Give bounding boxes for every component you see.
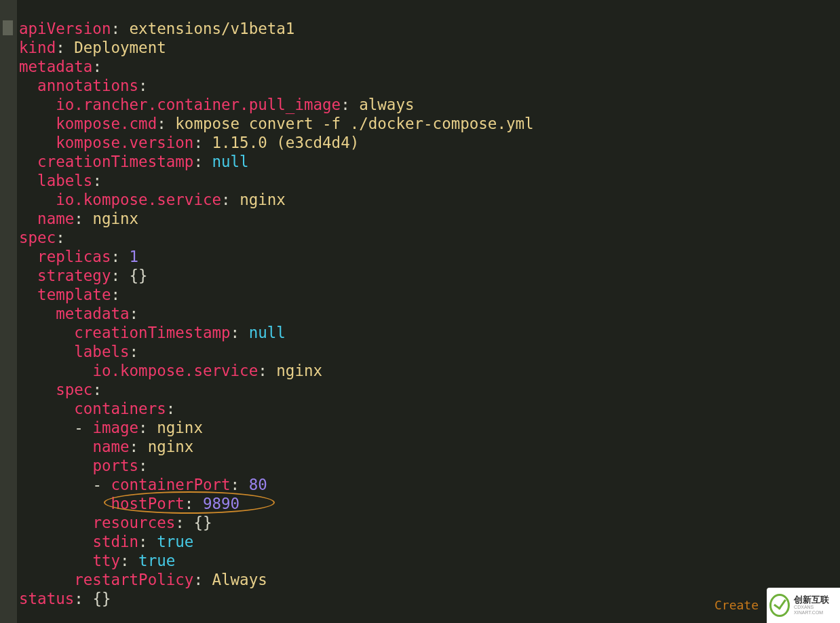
key-tpl-creationTimestamp: creationTimestamp — [74, 324, 230, 341]
key-hostPort: hostPort — [111, 495, 184, 512]
key-replicas: replicas — [37, 248, 111, 265]
key-restartPolicy: restartPolicy — [74, 571, 193, 588]
val-anno-kompose-version: 1.15.0 (e3cd4d4) — [212, 134, 359, 151]
val-kind: Deployment — [74, 39, 166, 56]
code-block[interactable]: apiVersion: extensions/v1beta1 kind: Dep… — [19, 19, 534, 608]
val-image: nginx — [157, 419, 203, 436]
logo-text-main: 创新互联 — [794, 595, 837, 605]
val-apiVersion: extensions/v1beta1 — [130, 20, 295, 37]
key-containerPort: containerPort — [111, 476, 230, 493]
val-label-service: nginx — [240, 191, 286, 208]
val-resources: {} — [193, 514, 212, 531]
val-tpl-label-service: nginx — [276, 362, 322, 379]
key-template: template — [37, 286, 111, 303]
key-tpl-labels: labels — [74, 343, 129, 360]
key-label-service: io.kompose.service — [56, 191, 221, 208]
val-anno-pull-image: always — [359, 96, 414, 113]
val-tpl-creationTimestamp: null — [249, 324, 286, 341]
key-name: name — [37, 210, 74, 227]
key-tpl-spec: spec — [56, 381, 92, 398]
editor-gutter — [0, 0, 17, 623]
key-tpl-metadata: metadata — [56, 305, 129, 322]
key-metadata: metadata — [19, 58, 92, 75]
key-status: status — [19, 590, 74, 607]
footer-link-create[interactable]: Create — [714, 596, 759, 615]
key-cname: name — [92, 438, 129, 455]
key-tty: tty — [92, 552, 120, 569]
val-strategy: {} — [130, 267, 148, 284]
key-containers: containers — [74, 400, 166, 417]
cursor-block — [3, 20, 13, 35]
key-spec: spec — [19, 229, 56, 246]
key-image: image — [92, 419, 138, 436]
val-hostPort: 9890 — [203, 495, 240, 512]
val-anno-kompose-cmd: kompose convert -f ./docker-compose.yml — [175, 115, 533, 132]
key-tpl-label-service: io.kompose.service — [92, 362, 258, 379]
key-labels: labels — [37, 172, 92, 189]
key-resources: resources — [92, 514, 175, 531]
key-stdin: stdin — [92, 533, 138, 550]
val-tty: true — [138, 552, 175, 569]
key-strategy: strategy — [37, 267, 111, 284]
val-cname: nginx — [148, 438, 194, 455]
key-anno-kompose-version: kompose.version — [56, 134, 193, 151]
val-restartPolicy: Always — [212, 571, 267, 588]
key-kind: kind — [19, 39, 56, 56]
val-replicas: 1 — [130, 248, 139, 265]
val-stdin: true — [157, 533, 193, 550]
key-ports: ports — [92, 457, 138, 474]
logo-check-icon — [769, 594, 790, 617]
key-creationTimestamp: creationTimestamp — [37, 153, 193, 170]
key-anno-kompose-cmd: kompose.cmd — [56, 115, 157, 132]
val-status: {} — [92, 590, 111, 607]
watermark-logo: 创新互联 CDXANS XINART.COM — [767, 588, 840, 623]
key-anno-pull-image: io.rancher.container.pull_image — [56, 96, 341, 113]
logo-text-sub: CDXANS XINART.COM — [794, 605, 837, 615]
key-apiVersion: apiVersion — [19, 20, 111, 37]
val-name: nginx — [92, 210, 138, 227]
key-annotations: annotations — [37, 77, 138, 94]
val-containerPort: 80 — [249, 476, 267, 493]
val-creationTimestamp: null — [212, 153, 248, 170]
